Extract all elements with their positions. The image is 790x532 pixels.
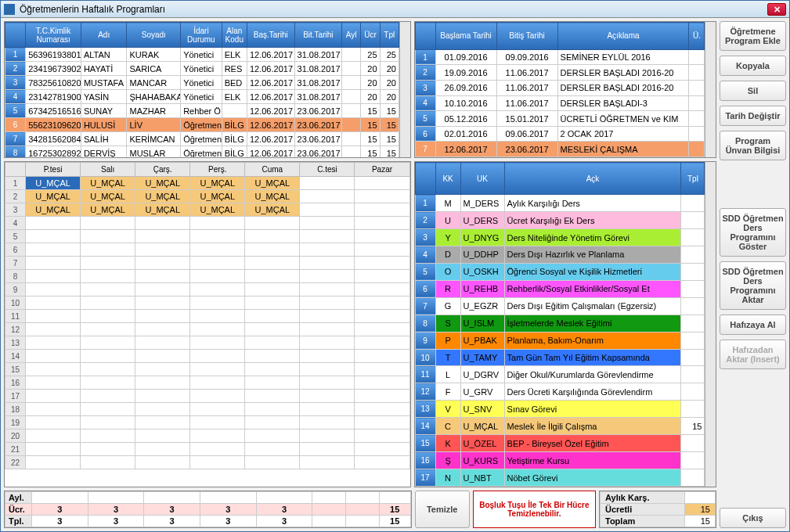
week-cell[interactable] bbox=[355, 456, 409, 469]
week-cell[interactable] bbox=[355, 390, 409, 403]
week-cell[interactable] bbox=[135, 363, 190, 376]
week-cell[interactable] bbox=[135, 443, 190, 456]
week-cell[interactable] bbox=[355, 217, 409, 230]
table-row[interactable]: 712.06.201723.06.2017MESLEKİ ÇALIŞMA bbox=[415, 142, 705, 157]
scrollbar[interactable] bbox=[705, 162, 716, 487]
week-cell[interactable] bbox=[26, 257, 81, 270]
week-cell[interactable] bbox=[26, 416, 81, 430]
col-header[interactable]: Tpl bbox=[380, 23, 399, 48]
week-cell[interactable] bbox=[355, 443, 409, 456]
scrollbar[interactable] bbox=[399, 22, 410, 157]
week-row[interactable]: 6 bbox=[5, 243, 410, 257]
week-cell[interactable] bbox=[26, 363, 81, 376]
week-table[interactable]: P.tesiSalıÇarş.Perş.CumaC.tesiPazar1U_MÇ… bbox=[5, 162, 410, 469]
week-cell[interactable] bbox=[135, 243, 190, 257]
week-cell[interactable] bbox=[245, 336, 300, 350]
week-cell[interactable] bbox=[355, 363, 409, 376]
week-cell[interactable] bbox=[81, 310, 135, 323]
week-cell[interactable] bbox=[81, 416, 135, 430]
delete-button[interactable]: Sil bbox=[720, 81, 786, 101]
table-row[interactable]: 816725302892DERVİŞMUSLARÖğretmenBİLG12.0… bbox=[5, 146, 399, 158]
week-cell[interactable] bbox=[300, 257, 355, 270]
close-icon[interactable]: ✕ bbox=[767, 3, 786, 16]
week-cell[interactable] bbox=[81, 350, 135, 363]
week-cell[interactable] bbox=[300, 390, 355, 403]
week-cell[interactable] bbox=[81, 376, 135, 390]
scrollbar[interactable] bbox=[705, 22, 716, 157]
week-cell[interactable] bbox=[300, 336, 355, 350]
exit-button[interactable]: Çıkış bbox=[720, 508, 786, 528]
week-cell[interactable] bbox=[190, 443, 245, 456]
week-row[interactable]: 8 bbox=[5, 270, 410, 283]
week-row[interactable]: 7 bbox=[5, 257, 410, 270]
week-cell[interactable] bbox=[190, 283, 245, 297]
week-cell[interactable] bbox=[245, 323, 300, 336]
col-header[interactable]: T.C.Kimlik Numarası bbox=[26, 23, 81, 48]
week-cell[interactable] bbox=[245, 243, 300, 257]
week-cell[interactable] bbox=[26, 283, 81, 297]
week-cell[interactable] bbox=[300, 443, 355, 456]
week-cell[interactable] bbox=[81, 217, 135, 230]
week-cell[interactable]: U_MÇAL bbox=[81, 203, 135, 217]
col-header[interactable]: Alan Kodu bbox=[222, 23, 247, 48]
memory-save-button[interactable]: Hafızaya Al bbox=[720, 315, 786, 335]
copy-button[interactable]: Kopyala bbox=[720, 56, 786, 76]
week-cell[interactable] bbox=[190, 257, 245, 270]
col-header[interactable]: Soyadı bbox=[127, 23, 181, 48]
week-cell[interactable] bbox=[135, 430, 190, 443]
legend-row[interactable]: 3YU_DNYGDers Niteliğinde Yönetim Görevi bbox=[415, 229, 705, 246]
week-cell[interactable] bbox=[81, 323, 135, 336]
week-cell[interactable] bbox=[300, 203, 355, 217]
table-row[interactable]: 655623109620HULUSİLİVÖğretmenBİLG12.06.2… bbox=[5, 118, 399, 132]
week-row[interactable]: 21 bbox=[5, 443, 410, 456]
table-row[interactable]: 378325610820MUSTAFAMANCARYöneticiBED12.0… bbox=[5, 76, 399, 90]
week-cell[interactable] bbox=[190, 310, 245, 323]
week-cell[interactable] bbox=[300, 430, 355, 443]
week-cell[interactable] bbox=[81, 336, 135, 350]
sdd-transfer-button[interactable]: SDD Öğretmen Ders Programını Aktar bbox=[720, 261, 786, 310]
week-cell[interactable] bbox=[135, 390, 190, 403]
week-cell[interactable] bbox=[81, 403, 135, 416]
week-cell[interactable]: U_MÇAL bbox=[135, 190, 190, 203]
week-cell[interactable] bbox=[135, 283, 190, 297]
week-cell[interactable]: U_MÇAL bbox=[26, 190, 81, 203]
table-row[interactable]: 326.09.201611.06.2017DERSLER BAŞLADI 201… bbox=[415, 81, 705, 96]
week-cell[interactable] bbox=[26, 230, 81, 243]
table-row[interactable]: 156396193801ALTANKURAKYöneticiELK12.06.2… bbox=[5, 48, 399, 62]
week-cell[interactable] bbox=[300, 177, 355, 190]
legend-row[interactable]: 11LU_DGRVDiğer Okul/Kurumlarda Görevlend… bbox=[415, 366, 705, 383]
week-cell[interactable] bbox=[135, 230, 190, 243]
week-cell[interactable] bbox=[190, 350, 245, 363]
week-cell[interactable] bbox=[135, 336, 190, 350]
week-cell[interactable] bbox=[300, 403, 355, 416]
week-cell[interactable] bbox=[300, 283, 355, 297]
week-cell[interactable] bbox=[355, 416, 409, 430]
week-row[interactable]: 11 bbox=[5, 310, 410, 323]
legend-table[interactable]: KKUKAçkTpl1MM_DERSAylık Karşılığı Ders2U… bbox=[415, 162, 705, 487]
week-cell[interactable]: U_MÇAL bbox=[81, 190, 135, 203]
week-row[interactable]: 18 bbox=[5, 403, 410, 416]
week-cell[interactable] bbox=[300, 190, 355, 203]
week-cell[interactable]: U_MÇAL bbox=[26, 203, 81, 217]
week-row[interactable]: 15 bbox=[5, 363, 410, 376]
clear-button[interactable]: Temizle bbox=[415, 491, 470, 528]
week-cell[interactable] bbox=[245, 217, 300, 230]
week-cell[interactable] bbox=[245, 283, 300, 297]
add-program-button[interactable]: Öğretmene Program Ekle bbox=[720, 21, 786, 51]
col-header[interactable]: Bit.Tarihi bbox=[294, 23, 342, 48]
week-cell[interactable] bbox=[300, 323, 355, 336]
week-cell[interactable] bbox=[245, 297, 300, 310]
week-cell[interactable] bbox=[355, 243, 409, 257]
week-cell[interactable] bbox=[26, 390, 81, 403]
week-cell[interactable] bbox=[355, 203, 409, 217]
week-cell[interactable] bbox=[190, 390, 245, 403]
periods-table[interactable]: Başlama TarihiBitiş TarihiAçıklamaÜ.101.… bbox=[415, 22, 705, 157]
legend-row[interactable]: 12FU_GRVDers Ücreti Karşılığında Görevle… bbox=[415, 383, 705, 401]
col-header[interactable]: Açıklama bbox=[557, 23, 689, 50]
col-header[interactable]: İdari Durumu bbox=[181, 23, 222, 48]
col-header[interactable]: Ü. bbox=[689, 23, 705, 50]
week-cell[interactable] bbox=[245, 430, 300, 443]
table-row[interactable]: 101.09.201609.09.2016SEMİNER EYLÜL 2016 bbox=[415, 49, 705, 65]
week-cell[interactable] bbox=[355, 430, 409, 443]
week-cell[interactable] bbox=[190, 297, 245, 310]
